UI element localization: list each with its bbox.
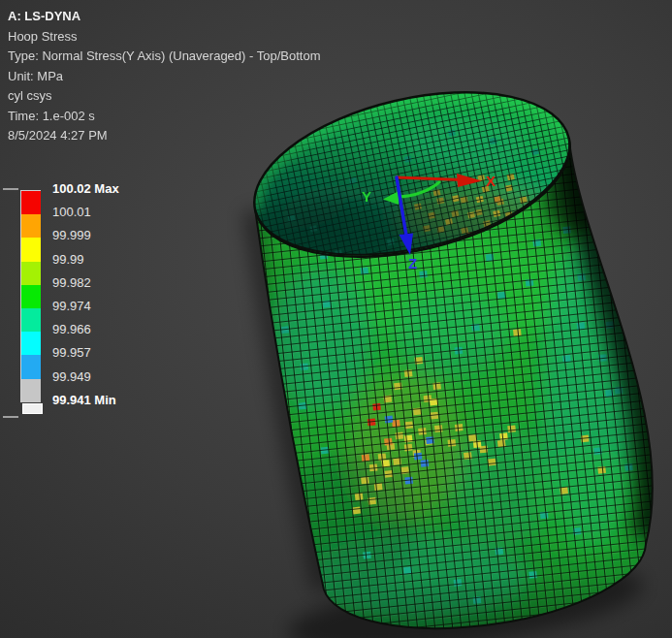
legend-band xyxy=(21,332,41,355)
legend-bottom-tick xyxy=(3,416,18,418)
legend-band xyxy=(21,238,41,261)
coordinate-system-name: cyl csys xyxy=(8,86,320,107)
legend-label: 99.949 xyxy=(52,369,91,384)
result-datetime: 8/5/2024 4:27 PM xyxy=(8,126,320,146)
legend-band xyxy=(21,308,41,332)
legend-label: 99.982 xyxy=(52,275,91,290)
result-time: Time: 1.e-002 s xyxy=(8,107,320,127)
legend-top-tick xyxy=(3,188,18,190)
legend-label: 100.01 xyxy=(52,205,91,219)
result-type: Type: Normal Stress(Y Axis) (Unaveraged)… xyxy=(8,47,320,67)
legend-label: 99.999 xyxy=(52,228,91,242)
legend-band xyxy=(21,285,41,308)
legend-band xyxy=(21,355,41,378)
legend-band xyxy=(21,379,41,402)
ansys-viewport-window: X Y Z A: LS-DYNA Hoop Stress Type: Norma… xyxy=(0,0,672,638)
analysis-title: A: LS-DYNA xyxy=(8,7,320,27)
legend-label: 99.99 xyxy=(52,252,84,267)
legend-bands xyxy=(20,190,41,402)
result-info-block: A: LS-DYNA Hoop Stress Type: Normal Stre… xyxy=(8,7,320,146)
legend-label: 99.974 xyxy=(52,299,91,313)
legend-label: 100.02 Max xyxy=(52,181,119,196)
legend-band xyxy=(21,214,41,238)
z-axis-label: Z xyxy=(408,255,417,271)
legend-label: 99.966 xyxy=(52,322,91,336)
result-name: Hoop Stress xyxy=(8,27,320,48)
legend-label: 99.957 xyxy=(52,345,91,360)
result-unit: Unit: MPa xyxy=(8,67,320,87)
x-axis-label: X xyxy=(486,173,496,189)
cylinder-model[interactable] xyxy=(223,65,672,638)
legend-band xyxy=(21,191,41,214)
y-axis-label: Y xyxy=(362,188,371,205)
legend-band xyxy=(21,262,41,285)
legend-label: 99.941 Min xyxy=(52,393,116,407)
legend-underflow-box xyxy=(22,403,43,414)
